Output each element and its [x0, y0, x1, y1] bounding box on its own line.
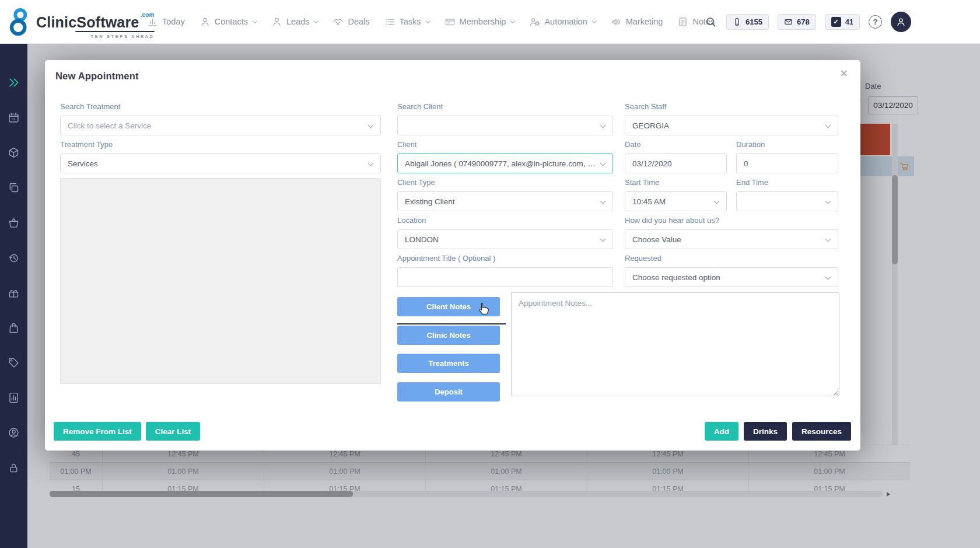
left-sidebar: 31 — [0, 44, 27, 548]
date-input[interactable] — [625, 153, 727, 173]
sidebar-item-lock[interactable] — [0, 450, 27, 485]
nav-item-today[interactable]: Today — [147, 16, 185, 27]
sidebar-item-bag[interactable] — [0, 310, 27, 345]
nav-item-automation[interactable]: Automation — [529, 16, 596, 27]
nav-item-label: Automation — [544, 17, 587, 26]
todos-counter-button[interactable]: ✓ 41 — [825, 14, 860, 30]
sidebar-item-products[interactable] — [0, 135, 27, 170]
chevron-down-icon — [714, 198, 720, 204]
search-staff-select[interactable]: GEORGIA — [625, 116, 838, 135]
logo-underline — [75, 31, 155, 32]
search-staff-label: Search Staff — [625, 102, 838, 111]
treatment-type-label: Treatment Type — [60, 140, 381, 149]
modal-title: New Appointment — [55, 71, 139, 82]
checklist-icon — [384, 16, 396, 27]
sidebar-item-account[interactable] — [0, 415, 27, 450]
chevron-down-icon — [825, 123, 831, 128]
help-button[interactable]: ? — [869, 15, 882, 29]
duration-input[interactable] — [736, 153, 838, 173]
end-time-select[interactable] — [736, 191, 838, 211]
sidebar-item-basket[interactable] — [0, 205, 27, 240]
sidebar-item-reports[interactable] — [0, 380, 27, 415]
nav-item-contacts[interactable]: Contacts — [200, 16, 257, 27]
card-icon — [444, 16, 456, 27]
counter-value: 678 — [797, 18, 810, 26]
lock-icon — [8, 462, 20, 474]
search-client-select[interactable] — [397, 116, 613, 135]
cube-icon — [8, 146, 20, 159]
appointment-title-input[interactable] — [397, 267, 613, 287]
chevron-down-icon — [510, 18, 515, 23]
select-value: Services — [68, 159, 98, 168]
location-label: Location — [397, 216, 613, 225]
sidebar-item-expand[interactable] — [0, 65, 27, 100]
client-select[interactable]: Abigail Jones ( 07490009777, alex@in-pic… — [397, 153, 613, 173]
remove-from-list-button[interactable]: Remove From List — [54, 422, 141, 441]
chevron-down-icon — [825, 198, 831, 204]
speaker-icon — [611, 16, 622, 27]
deposit-button[interactable]: Deposit — [397, 382, 500, 402]
treatment-column: Search Treatment Click to select a Servi… — [60, 102, 381, 384]
appointment-title-label: Appointment Title ( Optional ) — [397, 254, 613, 263]
clinic-notes-button[interactable]: Clinic Notes — [397, 326, 500, 345]
handshake-icon — [332, 16, 344, 27]
start-time-select[interactable]: 10:45 AM — [625, 191, 727, 211]
account-icon — [8, 427, 20, 439]
chevron-down-icon — [600, 160, 606, 166]
duration-label: Duration — [736, 140, 838, 149]
sidebar-item-gift[interactable] — [0, 275, 27, 310]
calls-counter-button[interactable]: 6155 — [726, 14, 769, 30]
select-value: LONDON — [405, 235, 439, 244]
select-value: 10:45 AM — [632, 197, 666, 206]
sidebar-item-copy[interactable] — [0, 170, 27, 205]
sidebar-item-tags[interactable] — [0, 345, 27, 380]
mail-icon — [784, 18, 793, 26]
start-time-label: Start Time — [625, 178, 727, 187]
calendar-icon: 31 — [8, 111, 20, 124]
brand-tagline: TEN STEPS AHEAD — [36, 34, 155, 39]
profile-avatar[interactable] — [891, 12, 911, 32]
client-type-select[interactable]: Existing Client — [397, 191, 613, 211]
drinks-button[interactable]: Drinks — [744, 422, 787, 441]
select-value: Abigail Jones ( 07490009777, alex@in-pic… — [405, 159, 596, 168]
clear-list-button[interactable]: Clear List — [146, 422, 201, 441]
requested-select[interactable]: Choose requested option — [625, 267, 838, 287]
select-value: Choose requested option — [632, 273, 720, 282]
search-treatment-select[interactable]: Click to select a Service — [60, 116, 381, 135]
navbar-right: 6155 678 ✓ 41 ? — [704, 0, 911, 43]
automation-icon — [529, 16, 540, 27]
counter-value: 41 — [845, 18, 853, 26]
appointment-notes-textarea[interactable] — [511, 292, 839, 396]
nav-item-label: Tasks — [400, 17, 421, 26]
close-button[interactable]: × — [840, 67, 848, 80]
hear-about-label: How did you hear about us? — [625, 216, 838, 225]
brand-name: ClinicSoftware — [36, 14, 139, 30]
shopping-bag-icon — [8, 322, 20, 334]
location-select[interactable]: LONDON — [397, 229, 613, 249]
sidebar-item-history[interactable] — [0, 240, 27, 275]
select-value: Click to select a Service — [68, 121, 151, 130]
resources-button[interactable]: Resources — [792, 422, 851, 441]
search-button[interactable] — [704, 15, 718, 29]
nav-item-membership[interactable]: Membership — [444, 16, 515, 27]
treatments-button[interactable]: Treatments — [397, 354, 500, 373]
nav-item-tasks[interactable]: Tasks — [384, 16, 430, 27]
treatment-type-select[interactable]: Services — [60, 153, 381, 173]
help-label: ? — [873, 18, 878, 26]
logo[interactable]: ClinicSoftware.com TEN STEPS AHEAD — [6, 7, 155, 39]
select-value: Existing Client — [405, 197, 455, 206]
search-icon — [705, 16, 717, 28]
client-label: Client — [397, 140, 613, 149]
nav-item-deals[interactable]: Deals — [332, 16, 369, 27]
nav-item-leads[interactable]: Leads — [271, 16, 318, 27]
nav-item-marketing[interactable]: Marketing — [611, 16, 663, 27]
chevron-down-icon — [425, 18, 430, 23]
history-clock-icon — [8, 252, 20, 264]
client-notes-button[interactable]: Client Notes — [397, 297, 500, 316]
emails-counter-button[interactable]: 678 — [778, 14, 816, 30]
chevron-down-icon — [253, 18, 257, 23]
add-button[interactable]: Add — [705, 422, 738, 441]
sidebar-item-calendar[interactable]: 31 — [0, 100, 27, 135]
hear-about-select[interactable]: Choose Value — [625, 229, 838, 249]
nav-item-label: Leads — [286, 17, 310, 26]
